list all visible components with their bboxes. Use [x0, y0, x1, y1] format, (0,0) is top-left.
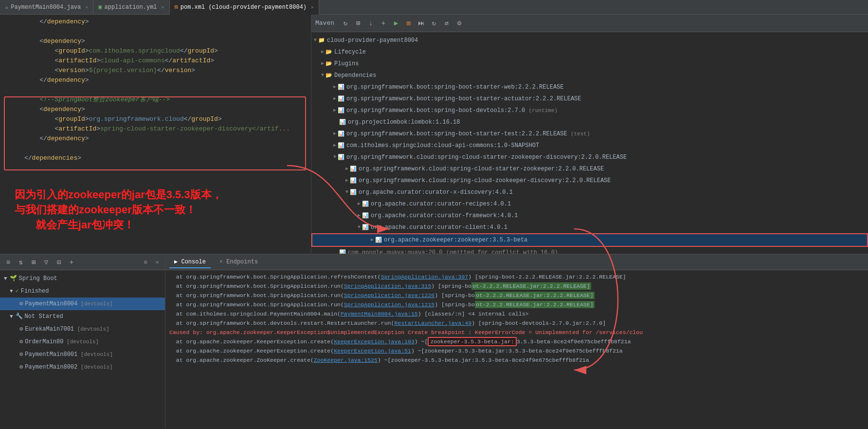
code-line-close-deps: </dependencies>	[0, 153, 311, 163]
maven-btn5[interactable]: ⏭	[416, 18, 427, 29]
spring-icon: 🌱	[10, 274, 17, 283]
console-tab[interactable]: ▶ Console	[169, 256, 211, 268]
tree-dep-zk-disc2[interactable]: ▶ 📊 org.springframework.cloud:spring-clo…	[311, 175, 868, 187]
console-line-9: at org.apache.zookeeper.ZooKeeper.create…	[169, 355, 864, 365]
service-payment8001[interactable]: ⚙ PaymentMain8001 [devtools]	[0, 348, 165, 361]
code-line-6: </dependency>	[0, 75, 311, 85]
console-panel: ▶ Console ⚡ Endpoints at org.springframe…	[165, 255, 868, 429]
code-line-4: <artifactId>cloud-api-commons</artifactI…	[0, 56, 311, 66]
maven-tree[interactable]: ▼ 📁 cloud-provider-payment8004 ▶ 📂 Lifec…	[311, 32, 868, 268]
tree-dep-devtools[interactable]: ▶ 📊 org.springframework.boot:spring-boot…	[311, 105, 868, 116]
tree-dep-curator-recipes[interactable]: ▶ 📊 org.apache.curator:curator-recipes:4…	[311, 198, 868, 210]
tab-java[interactable]: ☕ PaymentMain8004.java ✕	[0, 0, 93, 15]
code-line-5: <version>${project.version}</version>	[0, 66, 311, 75]
service-payment8002[interactable]: ⚙ PaymentMain8002 [devtools]	[0, 361, 165, 373]
tree-root[interactable]: ▼ 📁 cloud-provider-payment8004	[311, 35, 868, 46]
services-btn5[interactable]: ⊡	[54, 257, 64, 268]
tabs-bar: ☕ PaymentMain8004.java ✕ ▣ application.y…	[0, 0, 868, 15]
services-btn3[interactable]: ⊞	[28, 257, 39, 268]
services-btn4[interactable]: ▽	[41, 257, 52, 268]
maven-btn2[interactable]: ⊞	[353, 18, 363, 29]
services-settings-btn[interactable]: ⚙	[141, 258, 150, 267]
not-started-group[interactable]: ▼ 🔧 Not Started	[0, 310, 165, 323]
console-line-7: at org.apache.zookeeper.KeeperException.…	[169, 337, 864, 346]
maven-btn6[interactable]: ↻	[429, 18, 439, 29]
order-icon: ⚙	[19, 337, 23, 347]
maven-icon: m	[175, 4, 178, 11]
maven-btn-m[interactable]: m	[403, 18, 414, 29]
finished-icon: ✓	[16, 286, 19, 296]
console-line-caused: Caused by: org.apache.zookeeper.KeeperEx…	[169, 328, 864, 337]
payment8004-icon: ⚙	[19, 299, 23, 309]
eureka-icon: ⚙	[19, 324, 23, 334]
maven-refresh-btn[interactable]: ↻	[340, 18, 351, 29]
code-line-comment: <!--SpringBoot整合zookeeper客户端-->	[0, 95, 311, 105]
maven-btn7[interactable]: ⇄	[441, 18, 452, 29]
spring-boot-label: Spring Boot	[19, 274, 57, 283]
tree-dep-curator-client[interactable]: ▼ 📊 org.apache.curator:curator-client:4.…	[311, 222, 868, 233]
tree-dep-commons[interactable]: ▶ 📊 com.itholmes.springcloud:cloud-api-c…	[311, 140, 868, 151]
yml-icon: ▣	[98, 3, 102, 11]
tree-dependencies[interactable]: ▼ 📂 Dependencies	[311, 70, 868, 81]
editor-content[interactable]: </dependency> <dependency>	[0, 15, 311, 256]
top-section: </dependency> <dependency>	[0, 15, 868, 268]
right-panel: Maven ↻ ⊞ ↓ + ▶ m ⏭ ↻ ⇄ ⚙ ▼ 📁 cloud-prov…	[311, 15, 868, 268]
red-annotation-text: 因为引入的zookeeper的jar包是3.5.3版本， 与我们搭建的zooke…	[15, 187, 222, 232]
tree-dep-actuator[interactable]: ▶ 📊 org.springframework.boot:spring-boot…	[311, 93, 868, 105]
maven-settings-btn[interactable]: ⚙	[454, 18, 465, 29]
console-line-2: at org.springframework.boot.SpringApplic…	[169, 281, 864, 291]
services-toolbar: ≡ ⇅ ⊞ ▽ ⊡ + ⚙ ✕	[0, 255, 165, 270]
code-line-empty2	[0, 85, 311, 95]
tree-dep-zk-discovery[interactable]: ▼ 📊 org.springframework.cloud:spring-clo…	[311, 151, 868, 163]
services-add-btn[interactable]: +	[66, 257, 77, 268]
console-content[interactable]: at org.springframework.boot.SpringApplic…	[165, 270, 868, 429]
maven-btn3[interactable]: ↓	[365, 18, 376, 29]
tab-java-close[interactable]: ✕	[85, 4, 88, 10]
finished-group[interactable]: ▼ ✓ Finished	[0, 285, 165, 298]
endpoints-icon: ⚡	[219, 259, 223, 265]
endpoints-tab[interactable]: ⚡ Endpoints	[215, 256, 263, 268]
console-line-6: at org.springframework.boot.devtools.res…	[169, 318, 864, 328]
spring-boot-group[interactable]: ▼ 🌱 Spring Boot	[0, 272, 165, 285]
service-payment8004[interactable]: ⚙ PaymentMain8004 [devtools]	[0, 298, 165, 310]
tree-dep-test[interactable]: ▶ 📊 org.springframework.boot:spring-boot…	[311, 128, 868, 140]
service-order80[interactable]: ⚙ OrderMain80 [devtools]	[0, 336, 165, 348]
payment8002-icon: ⚙	[19, 362, 23, 372]
console-line-1: at org.springframework.boot.SpringApplic…	[169, 272, 864, 281]
maven-btn4[interactable]: +	[378, 18, 389, 29]
service-eureka7001[interactable]: ⚙ EurekaMain7001 [devtools]	[0, 323, 165, 336]
tree-plugins[interactable]: ▶ 📂 Plugins	[311, 58, 868, 70]
tree-lifecycle[interactable]: ▶ 📂 Lifecycle	[311, 46, 868, 58]
services-close-btn[interactable]: ✕	[152, 258, 162, 267]
services-btn1[interactable]: ≡	[3, 257, 14, 268]
code-line-3: <groupId>com.itholmes.springcloud</group…	[0, 46, 311, 56]
tree-dep-zookeeper[interactable]: ▶ 📊 org.apache.zookeeper:zookeeper:3.5.3…	[311, 233, 868, 247]
maven-toolbar: Maven ↻ ⊞ ↓ + ▶ m ⏭ ↻ ⇄ ⚙	[311, 15, 868, 32]
payment8001-icon: ⚙	[19, 350, 23, 359]
spring-boot-icon: ▼	[4, 274, 7, 283]
code-line-groupid: <groupId>org.springframework.cloud</grou…	[0, 114, 311, 124]
services-btn2[interactable]: ⇅	[16, 257, 26, 268]
code-line-close-dep: </dependency>	[0, 134, 311, 144]
tree-dep-curator-x[interactable]: ▼ 📊 org.apache.curator:curator-x-discove…	[311, 187, 868, 198]
tab-yml-label: application.yml	[105, 4, 157, 11]
tab-maven-close[interactable]: ✕	[311, 4, 314, 10]
tab-yml-close[interactable]: ✕	[162, 4, 164, 10]
code-line-artifact: <artifactId>spring-cloud-starter-zookeep…	[0, 124, 311, 134]
tree-dep-lombok[interactable]: 📊 org.projectlombok:lombok:1.16.18	[311, 116, 868, 128]
code-line-empty1	[0, 27, 311, 37]
tree-dep-curator-fw[interactable]: ▶ 📊 org.apache.curator:curator-framework…	[311, 210, 868, 222]
tab-maven[interactable]: m pom.xml (cloud-provider-payment8004) ✕	[170, 0, 319, 15]
console-icon: ▶	[174, 259, 178, 265]
maven-run-btn[interactable]: ▶	[391, 18, 401, 29]
code-line-empty3	[0, 144, 311, 153]
tab-java-label: PaymentMain8004.java	[11, 4, 81, 11]
services-content: ▼ 🌱 Spring Boot ▼ ✓ Finished ⚙ PaymentMa…	[0, 270, 165, 429]
tree-dep-web[interactable]: ▶ 📊 org.springframework.boot:spring-boot…	[311, 81, 868, 93]
code-line-2: <dependency>	[0, 37, 311, 46]
wrench-icon: 🔧	[16, 312, 23, 321]
tree-dep-zk-starter[interactable]: ▶ 📊 org.springframework.cloud:spring-clo…	[311, 163, 868, 175]
tab-yml[interactable]: ▣ application.yml ✕	[93, 0, 169, 15]
tab-maven-label: pom.xml (cloud-provider-payment8004)	[181, 4, 307, 11]
code-line-dep: <dependency>	[0, 105, 311, 114]
